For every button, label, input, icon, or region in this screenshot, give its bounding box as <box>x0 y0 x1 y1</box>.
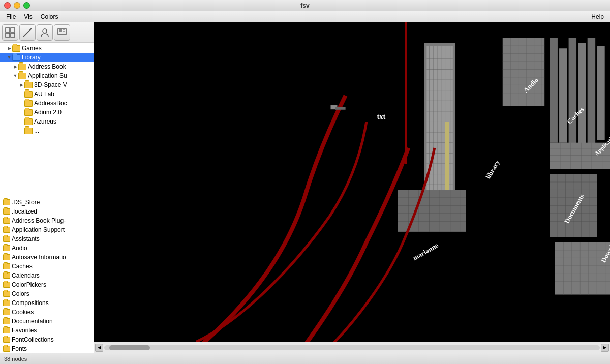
tree-item-label: ... <box>34 127 39 134</box>
svg-rect-65 <box>597 46 604 140</box>
folder-icon <box>24 109 33 116</box>
window-title: fsv <box>300 2 309 9</box>
list-item[interactable]: Calendars <box>0 271 94 280</box>
list-item[interactable]: Autosave Informatio <box>0 253 94 262</box>
tree-expander[interactable] <box>18 109 24 115</box>
folder-icon <box>24 118 33 125</box>
list-item[interactable]: .localized <box>0 207 94 216</box>
vis-column: Audio Caches Application Support txt lib… <box>94 22 610 353</box>
toolbar-btn-3[interactable] <box>37 24 53 41</box>
folder-icon <box>3 300 10 306</box>
tree-expander[interactable]: ▼ <box>12 73 18 79</box>
tree-expander[interactable]: ▶ <box>6 45 12 51</box>
menu-help[interactable]: Help <box>587 12 608 21</box>
list-item-label: Address Book Plug- <box>12 217 66 224</box>
tree-item-label: Library <box>22 54 41 61</box>
toolbar <box>0 22 94 43</box>
tree-expander[interactable]: ▶ <box>12 64 18 70</box>
visualization-area[interactable]: Audio Caches Application Support txt lib… <box>94 22 610 342</box>
svg-rect-47 <box>503 38 544 106</box>
list-item[interactable]: Cookies <box>0 308 94 317</box>
scroll-right-arrow[interactable]: ▶ <box>601 344 609 352</box>
list-item-label: Audio <box>12 245 27 252</box>
tree-item[interactable]: Adium 2.0 <box>0 108 94 117</box>
folder-icon <box>3 291 10 297</box>
list-item[interactable]: FontCollections <box>0 335 94 344</box>
svg-rect-36 <box>398 190 466 231</box>
tree-item[interactable]: ▼Application Su <box>0 71 94 80</box>
folder-icon <box>3 318 10 324</box>
tree-item[interactable]: ▶3D-Space V <box>0 80 94 89</box>
svg-rect-3 <box>11 33 15 37</box>
folder-icon <box>3 346 10 352</box>
scroll-thumb[interactable] <box>109 345 150 350</box>
svg-rect-7 <box>59 29 62 32</box>
tree-item[interactable]: ▶Address Book <box>0 62 94 71</box>
tree-expander[interactable] <box>18 100 24 106</box>
tree-item-label: Azureus <box>34 118 56 125</box>
tree-item[interactable]: ▶Games <box>0 44 94 53</box>
list-item[interactable]: Colors <box>0 289 94 298</box>
window-controls[interactable] <box>4 2 30 9</box>
folder-icon <box>24 128 33 134</box>
svg-rect-61 <box>559 48 567 142</box>
tree-expander[interactable] <box>18 128 24 134</box>
list-item[interactable]: Caches <box>0 262 94 271</box>
svg-rect-64 <box>588 38 595 154</box>
tree-scroll[interactable]: ▶Games▼Library▶Address Book▼Application … <box>0 43 94 198</box>
tree-item[interactable]: Azureus <box>0 117 94 126</box>
folder-icon <box>24 82 33 88</box>
list-item[interactable]: Favorites <box>0 326 94 335</box>
tree-item-label: AddressBoc <box>34 100 67 107</box>
menu-vis[interactable]: Vis <box>20 12 36 21</box>
list-item-label: Caches <box>12 263 33 270</box>
tree-item[interactable]: AU Lab <box>0 89 94 99</box>
list-item[interactable]: ColorPickers <box>0 280 94 289</box>
close-button[interactable] <box>4 2 11 9</box>
tree-expander[interactable]: ▶ <box>18 82 24 88</box>
toolbar-btn-2[interactable] <box>19 24 36 41</box>
list-item[interactable]: Assistants <box>0 234 94 244</box>
list-item[interactable]: Fonts <box>0 344 94 353</box>
tree-item-label: Address Book <box>28 63 66 70</box>
folder-icon <box>3 199 10 205</box>
list-area[interactable]: .DS_Store.localizedAddress Book Plug-App… <box>0 198 94 353</box>
list-item[interactable]: Documentation <box>0 317 94 326</box>
list-item[interactable]: .DS_Store <box>0 198 94 207</box>
vis-scrollbar[interactable]: ◀ ▶ <box>94 342 610 353</box>
svg-rect-63 <box>578 43 586 145</box>
tree-expander[interactable]: ▼ <box>6 54 12 60</box>
status-text: 38 nodes <box>4 356 27 362</box>
folder-icon <box>12 54 20 61</box>
tree-expander[interactable] <box>18 91 24 97</box>
folder-icon <box>18 73 26 79</box>
minimize-button[interactable] <box>14 2 20 9</box>
list-item-label: Documentation <box>12 318 53 325</box>
toolbar-btn-4[interactable] <box>54 24 70 41</box>
status-bar: 38 nodes <box>0 353 610 364</box>
tree-item[interactable]: ▼Library <box>0 53 94 62</box>
list-item[interactable]: Address Book Plug- <box>0 216 94 225</box>
title-bar: fsv <box>0 0 610 11</box>
folder-icon <box>3 272 10 279</box>
menu-bar: File Vis Colors Help <box>0 11 610 22</box>
tree-item-label: 3D-Space V <box>34 81 67 88</box>
tree-expander[interactable] <box>18 118 24 125</box>
list-item[interactable]: Audio <box>0 244 94 253</box>
maximize-button[interactable] <box>23 2 30 9</box>
tree-item[interactable]: AddressBoc <box>0 99 94 108</box>
svg-rect-1 <box>11 28 15 32</box>
scroll-left-arrow[interactable]: ◀ <box>95 344 103 352</box>
folder-icon <box>3 337 10 343</box>
tree-item[interactable]: ... <box>0 126 94 135</box>
list-item[interactable]: Compositions <box>0 298 94 308</box>
menu-file[interactable]: File <box>2 12 20 21</box>
list-item[interactable]: Application Support <box>0 225 94 234</box>
scroll-track[interactable] <box>104 345 600 350</box>
tree-item-label: Application Su <box>28 72 67 79</box>
svg-line-4 <box>23 28 32 37</box>
toolbar-btn-1[interactable] <box>2 24 18 41</box>
tree-area: ▶Games▼Library▶Address Book▼Application … <box>0 43 94 198</box>
menu-colors[interactable]: Colors <box>37 12 63 21</box>
svg-rect-2 <box>6 33 10 37</box>
